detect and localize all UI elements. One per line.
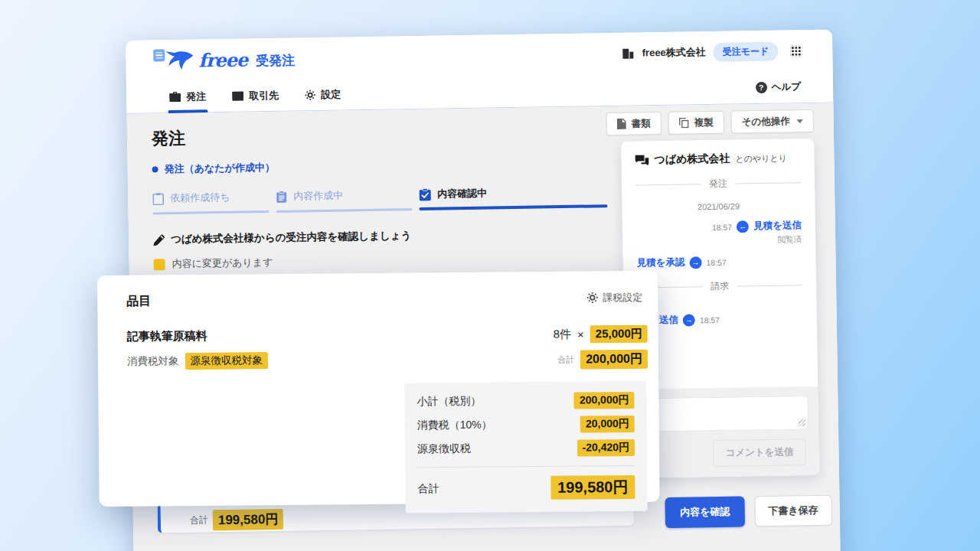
summary-value: 20,000円	[580, 416, 635, 433]
chat-header: つばめ株式会社 とのやりとり	[635, 151, 800, 167]
footer-total-label: 合計	[190, 514, 208, 527]
withholding-tag: 源泉徴収税対象	[185, 352, 268, 370]
line-total-value: 200,000円	[580, 350, 648, 370]
help-link[interactable]: ? ヘルプ	[756, 80, 802, 94]
step-label: 内容作成中	[293, 189, 343, 204]
event-read-status: 閲覧済	[636, 234, 802, 247]
summary-divider	[417, 465, 635, 468]
step-label: 内容確認中	[437, 187, 487, 201]
arrow-left-circle-icon: ←	[737, 220, 749, 233]
event-link[interactable]: 見積を承認	[637, 256, 685, 270]
change-note-text: 内容に変更があります	[172, 256, 273, 271]
send-comment-button[interactable]: コメントを送信	[713, 439, 806, 467]
chat-partner-suffix: とのやりとり	[735, 152, 787, 165]
logo-wordmark: freee	[198, 48, 247, 71]
event-time: 18:57	[706, 257, 726, 266]
grand-total-label: 合計	[417, 482, 439, 496]
gear-icon	[305, 90, 315, 100]
nav-tab-partners[interactable]: 取引先	[232, 80, 279, 112]
mode-badge[interactable]: 受注モード	[714, 41, 779, 61]
step-underline	[276, 208, 413, 213]
instruction-text: つばめ株式会社様からの受注内容を確認しましょう	[171, 229, 412, 246]
status-label: 発注（あなたが作成中）	[165, 161, 275, 176]
document-badge-icon	[153, 49, 165, 61]
clipboard-outline-icon	[152, 192, 164, 205]
step-underline	[153, 210, 270, 214]
summary-grand-total: 合計 199,580円	[417, 475, 635, 500]
document-icon	[617, 119, 626, 129]
document-toolbar: 書類 複製 その他操作	[606, 109, 814, 135]
more-actions-button[interactable]: その他操作	[730, 109, 814, 134]
clipboard-filled-icon	[276, 190, 287, 203]
event-time: 18:57	[712, 222, 732, 231]
chat-bubbles-icon	[635, 155, 648, 166]
tax-scope-label: 消費税対象	[127, 354, 179, 369]
summary-label: 消費税（10%）	[417, 419, 492, 433]
items-card-title: 品目	[126, 293, 151, 309]
summary-row-consumption-tax: 消費税（10%） 20,000円	[417, 416, 635, 434]
items-detail-card: 品目 課税設定 記事執筆原稿料 消費税対象 源泉徴収税対象 8件 × 25,00…	[97, 271, 660, 507]
pencil-icon	[153, 234, 165, 246]
multiply-sign: ×	[577, 328, 584, 341]
duplicate-button[interactable]: 複製	[668, 111, 724, 135]
event-link[interactable]: 見積を送信	[753, 219, 802, 233]
apps-grid-icon[interactable]	[790, 45, 802, 57]
arrow-right-circle-icon: →	[689, 256, 701, 269]
building-icon	[622, 47, 635, 60]
swallow-logo-icon	[165, 51, 194, 71]
summary-label: 源泉徴収税	[417, 442, 471, 457]
header-right-group: freee株式会社 受注モード	[622, 41, 802, 64]
tax-settings-button[interactable]: 課税設定	[586, 290, 642, 305]
tax-settings-label: 課税設定	[603, 290, 642, 304]
status-dot-icon	[152, 166, 158, 172]
chat-partner-name: つばめ株式会社	[654, 152, 730, 168]
step-reviewing[interactable]: 内容確認中	[419, 184, 607, 210]
documents-button[interactable]: 書類	[606, 112, 661, 135]
item-name: 記事執筆原稿料	[127, 328, 268, 344]
totals-summary: 小計（税別） 200,000円 消費税（10%） 20,000円 源泉徴収税 -…	[404, 381, 647, 514]
line-total-label: 合計	[557, 354, 574, 366]
clipboard-check-icon	[419, 187, 431, 201]
event-time: 18:57	[700, 315, 720, 324]
help-icon: ?	[756, 82, 767, 93]
company-name[interactable]: freee株式会社	[642, 45, 706, 60]
step-underline	[419, 204, 607, 210]
line-item-row: 記事執筆原稿料 消費税対象 源泉徴収税対象 8件 × 25,000円 合計 20…	[127, 325, 648, 373]
help-label: ヘルプ	[772, 80, 802, 94]
app-logo[interactable]: freee 受発注	[153, 47, 295, 72]
event-link[interactable]: 送信	[659, 314, 678, 327]
confirm-content-button[interactable]: 内容を確認	[665, 496, 745, 528]
copy-icon	[679, 117, 689, 128]
arrow-right-circle-icon: →	[683, 314, 695, 326]
resize-grip-icon[interactable]	[799, 419, 805, 426]
contact-card-icon	[232, 90, 243, 101]
briefcase-icon	[169, 91, 181, 102]
summary-row-subtotal: 小計（税別） 200,000円	[416, 392, 634, 410]
nav-tab-settings[interactable]: 設定	[305, 79, 341, 111]
change-marker-icon	[153, 259, 165, 270]
item-unit-price: 25,000円	[590, 325, 648, 344]
chat-date: 2021/06/29	[635, 201, 801, 212]
nav-tab-label: 取引先	[249, 88, 279, 103]
logo-product-name: 受発注	[256, 48, 295, 70]
item-quantity: 8件	[554, 328, 572, 342]
chat-section-invoice: 請求	[637, 279, 802, 294]
documents-label: 書類	[632, 117, 651, 130]
more-actions-label: その他操作	[742, 115, 790, 129]
summary-value: -20,420円	[577, 439, 635, 457]
nav-tab-label: 発注	[186, 90, 206, 103]
footer-total-value: 199,580円	[213, 508, 284, 530]
summary-value: 200,000円	[574, 392, 635, 409]
step-drafting[interactable]: 内容作成中	[276, 187, 412, 213]
chat-section-order: 発注	[635, 176, 801, 191]
chat-event-estimate-sent: 18:57 ← 見積を送信	[636, 219, 802, 234]
step-waiting-request[interactable]: 依頼作成待ち	[152, 190, 269, 214]
step-label: 依頼作成待ち	[170, 191, 230, 205]
chat-event-estimate-approved: 見積を承認 → 18:57	[637, 254, 802, 269]
grand-total-value: 199,580円	[550, 475, 635, 500]
comment-input[interactable]	[635, 396, 808, 432]
nav-tab-orders[interactable]: 発注	[169, 80, 207, 112]
nav-tab-label: 設定	[321, 87, 341, 101]
save-draft-button[interactable]: 下書き保存	[754, 495, 832, 527]
comment-box	[635, 396, 808, 432]
